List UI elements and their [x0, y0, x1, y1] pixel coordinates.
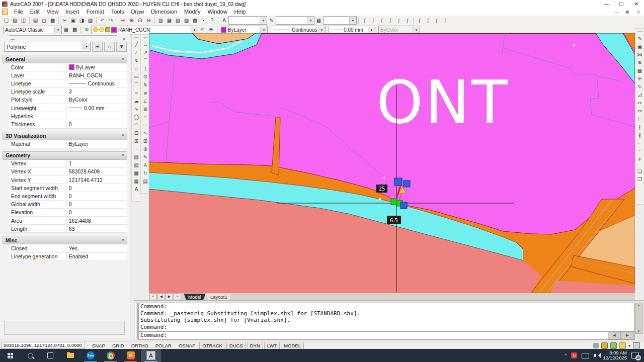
copy-object-icon[interactable]: [636, 43, 644, 51]
tab-layout1[interactable]: Layout1: [206, 294, 232, 300]
palette-close-icon[interactable]: ✕: [122, 38, 126, 42]
arc-icon[interactable]: [132, 81, 140, 89]
zoom-previous-icon[interactable]: [144, 17, 153, 25]
revision-cloud-icon[interactable]: [132, 97, 140, 105]
associated-standards-icon[interactable]: [610, 342, 617, 349]
quick-dimension-icon[interactable]: [141, 105, 149, 113]
center-mark-icon[interactable]: [141, 145, 149, 153]
section-3d-visualization[interactable]: 3D Visualization^: [3, 132, 127, 140]
angular-icon[interactable]: [141, 97, 149, 105]
undo-icon[interactable]: [98, 17, 107, 25]
diameter-icon[interactable]: [141, 89, 149, 97]
draw-order-front-icon[interactable]: [636, 167, 644, 175]
lwt-toggle[interactable]: LWT: [264, 342, 280, 349]
menu-view[interactable]: View: [43, 8, 62, 16]
ordinate-icon[interactable]: [141, 65, 149, 73]
prop-material[interactable]: MaterialByLayer: [9, 140, 127, 148]
view-tool-icon-2[interactable]: [369, 17, 377, 25]
move-icon[interactable]: [636, 75, 644, 83]
offset-icon[interactable]: [636, 59, 644, 67]
prop-lineweight[interactable]: Lineweight0.00 mm: [9, 104, 127, 112]
table-style-combo[interactable]: [323, 16, 357, 25]
otrack-toggle[interactable]: OTRACK: [199, 342, 225, 349]
snap-toggle[interactable]: SNAP: [89, 342, 108, 349]
plot-preview-icon[interactable]: [40, 17, 48, 25]
polygon-icon[interactable]: [132, 65, 140, 73]
tray-expand-icon[interactable]: ^: [565, 353, 567, 358]
prop-elevation[interactable]: Elevation0: [9, 209, 127, 217]
start-button[interactable]: [0, 349, 20, 362]
prop-linetype[interactable]: LinetypeContinuous: [9, 79, 127, 87]
arc-length-icon[interactable]: [141, 57, 149, 65]
chamfer-icon[interactable]: [636, 139, 644, 147]
prop-vertex[interactable]: Vertex1: [9, 160, 127, 168]
prop-vertex-y[interactable]: Vertex Y1217146.4712: [9, 176, 127, 184]
jogged-icon[interactable]: [141, 81, 149, 89]
designcenter-icon[interactable]: [165, 17, 174, 25]
layer-combo[interactable]: RANH_CGCN: [91, 26, 198, 34]
plot-icon[interactable]: [31, 17, 40, 25]
collapse-icon[interactable]: ^: [122, 133, 124, 138]
save-icon[interactable]: [19, 17, 28, 25]
polar-toggle[interactable]: POLAR: [152, 342, 175, 349]
prop-layer[interactable]: LayerRANH_CGCN: [9, 71, 127, 79]
prop-area[interactable]: Area162.4408: [9, 217, 127, 225]
construction-line-icon[interactable]: [132, 49, 140, 57]
view-tool-icon-3[interactable]: [377, 17, 386, 25]
prop-start-segment-width[interactable]: Start segment width0: [9, 184, 127, 192]
prop-vertex-x[interactable]: Vertex X583028.6409: [9, 168, 127, 176]
linear-dimension-icon[interactable]: [141, 41, 149, 49]
fillet-icon[interactable]: [636, 147, 644, 155]
drawing-area[interactable]: ONT 25 6.5: [149, 33, 635, 293]
redo-icon[interactable]: [107, 17, 115, 25]
break-at-point-icon[interactable]: [636, 123, 644, 131]
dyn-toggle[interactable]: DYN: [247, 342, 263, 349]
close-button[interactable]: ✕: [629, 0, 644, 8]
tab-model[interactable]: Model: [184, 294, 206, 300]
status-menu-icon[interactable]: [628, 343, 630, 348]
notification-center-icon[interactable]: 20: [631, 352, 639, 359]
tolerance-icon[interactable]: [141, 137, 149, 145]
layer-on-icon[interactable]: [93, 27, 98, 32]
prop-length[interactable]: Length63: [9, 225, 127, 233]
chevron-down-icon[interactable]: [260, 27, 267, 33]
prop-color[interactable]: ColorByLayer: [9, 63, 127, 71]
leader-icon[interactable]: [141, 129, 149, 137]
section-misc[interactable]: Misc^: [3, 236, 127, 244]
zoom-window-icon[interactable]: [136, 17, 144, 25]
menu-format[interactable]: Format: [83, 8, 108, 16]
menu-window[interactable]: Window: [204, 8, 230, 16]
tray-v-app-icon[interactable]: V: [571, 352, 577, 358]
scroll-right-icon[interactable]: ▶: [621, 332, 634, 339]
continue-icon[interactable]: [141, 121, 149, 129]
prop-plot-style[interactable]: Plot styleByColor: [9, 96, 127, 104]
zoom-realtime-icon[interactable]: [127, 17, 136, 25]
open-icon[interactable]: [11, 17, 19, 25]
layer-lock-icon[interactable]: [105, 27, 110, 32]
trim-icon[interactable]: [636, 107, 644, 115]
section-general[interactable]: General^: [3, 55, 127, 63]
file-explorer-button[interactable]: [60, 349, 80, 362]
dim-style-combo[interactable]: [276, 16, 314, 25]
help-icon[interactable]: [208, 17, 216, 25]
lineweight-combo[interactable]: 0.00 mm: [329, 26, 375, 34]
tab-prev-icon[interactable]: [157, 293, 165, 300]
render-tool-icon-1[interactable]: [415, 17, 424, 25]
multiline-text-icon[interactable]: [132, 186, 140, 194]
prop-hyperlink[interactable]: Hyperlink: [9, 112, 127, 120]
quick-select-button[interactable]: [116, 42, 127, 52]
chevron-down-icon[interactable]: [191, 27, 198, 33]
toolbar-lock-icon[interactable]: [601, 342, 608, 349]
extend-icon[interactable]: [636, 115, 644, 123]
polyline-icon[interactable]: [132, 57, 140, 65]
erase-icon[interactable]: [636, 35, 644, 43]
rectangle-icon[interactable]: [132, 73, 140, 81]
view-tool-icon-6[interactable]: [403, 17, 412, 25]
command-input[interactable]: Command:: [138, 331, 635, 340]
radius-icon[interactable]: [141, 73, 149, 81]
layer-states-icon[interactable]: [207, 26, 215, 34]
gradient-icon[interactable]: [132, 161, 140, 169]
layer-properties-manager-icon[interactable]: [83, 26, 91, 34]
render-tool-icon-4[interactable]: [441, 17, 449, 25]
command-history[interactable]: Command: Command: _pasteorig Substitutin…: [138, 303, 635, 332]
